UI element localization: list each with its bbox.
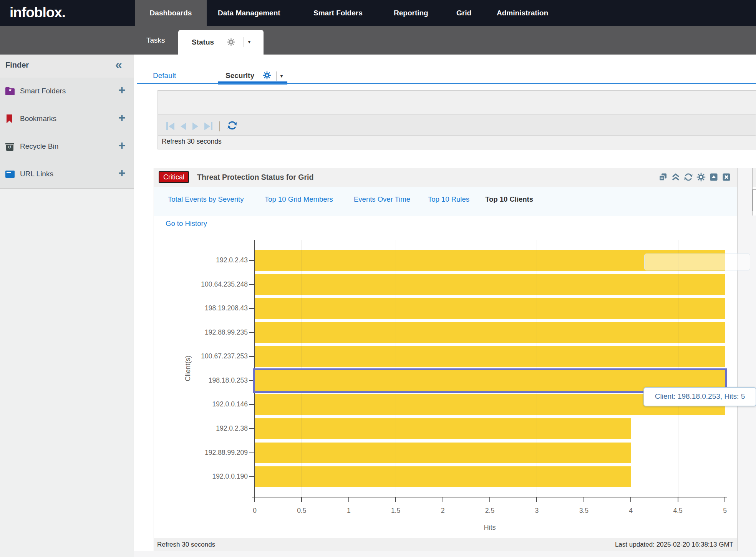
y-label-100.64.235.248: 100.64.235.248 xyxy=(169,280,248,288)
recycle-bin-icon: ↺ xyxy=(5,142,15,151)
widget-tab-top-10-clients[interactable]: Top 10 Clients xyxy=(485,195,533,204)
y-label-192.88.99.235: 192.88.99.235 xyxy=(169,328,248,337)
previous-page-icon[interactable] xyxy=(181,123,186,130)
x-tick-0 xyxy=(254,497,255,502)
add-recycle-bin-button[interactable]: + xyxy=(118,138,126,153)
faded-tooltip-outline xyxy=(644,254,750,270)
top-nav-data-management[interactable]: Data Management xyxy=(218,0,280,26)
top-nav-dashboards[interactable]: Dashboards xyxy=(135,0,207,26)
settings-gear-icon[interactable] xyxy=(696,172,706,183)
widget-tab-top-10-grid-members[interactable]: Top 10 Grid Members xyxy=(265,195,333,204)
finder-title: Finder xyxy=(5,61,29,70)
paging-toolbar xyxy=(158,114,756,136)
tab-status-label: Status xyxy=(192,30,214,55)
status-caret-icon[interactable]: ▼ xyxy=(247,39,252,45)
x-tick-1.5 xyxy=(395,497,396,502)
next-page-icon[interactable] xyxy=(192,123,198,130)
y-label-192.0.2.43: 192.0.2.43 xyxy=(169,256,248,264)
first-page-icon[interactable] xyxy=(166,122,174,130)
url-links-icon xyxy=(5,170,15,179)
y-tick-192.0.0.146 xyxy=(249,404,254,405)
add-url-link-button[interactable]: + xyxy=(118,166,126,180)
tab-status[interactable]: Status ▼ xyxy=(178,30,264,55)
x-tick-4 xyxy=(630,497,631,502)
x-tick-0.5 xyxy=(301,497,302,502)
widget-title: Threat Protection Status for Grid xyxy=(197,168,313,186)
status-gear-icon[interactable] xyxy=(227,38,235,48)
y-label-100.67.237.253: 100.67.237.253 xyxy=(169,352,248,360)
security-gear-icon[interactable] xyxy=(263,71,271,81)
widget-tab-total-events-by-severity[interactable]: Total Events by Severity xyxy=(168,195,244,204)
x-tick-label-2: 2 xyxy=(431,507,454,515)
sidebar-item-smart-folders[interactable]: * Smart Folders + xyxy=(0,78,134,106)
x-tick-label-5: 5 xyxy=(713,507,736,515)
top-nav-smart-folders[interactable]: Smart Folders xyxy=(313,0,363,26)
maximize-icon[interactable] xyxy=(709,172,718,183)
adjacent-widget-header xyxy=(753,168,756,187)
chart-tooltip: Client: 198.18.0.253, Hits: 5 xyxy=(643,387,756,406)
y-tick-192.0.0.190 xyxy=(249,476,254,477)
adjacent-widget-sliver xyxy=(752,168,756,216)
add-bookmark-button[interactable]: + xyxy=(118,111,126,125)
x-tick-label-4: 4 xyxy=(619,507,642,515)
y-label-192.0.2.38: 192.0.2.38 xyxy=(169,424,248,433)
tab-default[interactable]: Default xyxy=(153,71,176,80)
x-axis-title: Hits xyxy=(471,524,509,532)
collapse-double-up-icon[interactable] xyxy=(671,172,680,183)
refresh-icon[interactable] xyxy=(227,120,237,132)
refresh-icon[interactable] xyxy=(684,172,693,183)
widget-last-updated-label: Last updated: 2025-02-20 16:38:13 GMT xyxy=(615,541,733,549)
right-gutter xyxy=(738,168,756,557)
tabs-bottom-line xyxy=(137,83,756,84)
widget-tab-events-over-time[interactable]: Events Over Time xyxy=(354,195,410,204)
paging-divider xyxy=(219,121,220,131)
x-tick-label-0.5: 0.5 xyxy=(290,507,313,515)
x-tick-label-2.5: 2.5 xyxy=(478,507,501,515)
last-page-icon[interactable] xyxy=(204,122,212,130)
y-tick-192.0.2.43 xyxy=(249,260,254,261)
duplicate-icon[interactable] xyxy=(658,172,668,183)
y-tick-198.19.208.43 xyxy=(249,308,254,309)
top-nav-bar: infoblox. DashboardsData ManagementSmart… xyxy=(0,0,756,26)
y-label-192.0.0.146: 192.0.0.146 xyxy=(169,400,248,408)
x-tick-label-4.5: 4.5 xyxy=(666,507,690,515)
x-tick-4.5 xyxy=(678,497,678,502)
widget-tabstrip: Total Events by SeverityTop 10 Grid Memb… xyxy=(154,187,737,216)
refresh-interval-label: Refresh 30 seconds xyxy=(162,138,222,146)
infoblox-dashboard-screen: infoblox. DashboardsData ManagementSmart… xyxy=(0,0,756,557)
threat-protection-widget: Critical Threat Protection Status for Gr… xyxy=(154,168,738,551)
x-tick-2.5 xyxy=(489,497,490,502)
x-tick-label-1: 1 xyxy=(337,507,360,515)
add-smart-folder-button[interactable]: + xyxy=(118,83,126,97)
top-nav-grid[interactable]: Grid xyxy=(456,0,471,26)
sidebar-item-bookmarks[interactable]: Bookmarks + xyxy=(0,105,134,133)
y-tick-192.88.99.209 xyxy=(249,453,254,453)
x-tick-3 xyxy=(536,497,537,502)
security-caret-icon[interactable]: ▼ xyxy=(279,73,284,79)
x-tick-label-1.5: 1.5 xyxy=(384,507,407,515)
below-widget-gutter xyxy=(134,551,756,557)
status-tab-divider xyxy=(244,37,244,47)
tab-tasks[interactable]: Tasks xyxy=(146,26,165,55)
widget-footer: Refresh 30 seconds Last updated: 2025-02… xyxy=(154,538,737,551)
x-tick-label-0: 0 xyxy=(243,507,266,515)
widget-tab-top-10-rules[interactable]: Top 10 Rules xyxy=(428,195,469,204)
tab-security[interactable]: Security xyxy=(225,71,254,80)
top-nav-reporting[interactable]: Reporting xyxy=(394,0,428,26)
close-icon[interactable] xyxy=(722,172,731,183)
sidebar-item-recycle-bin[interactable]: ↺ Recycle Bin + xyxy=(0,133,134,161)
paging-icons xyxy=(166,120,237,132)
critical-status-badge: Critical xyxy=(159,171,189,183)
top-nav-administration[interactable]: Administration xyxy=(497,0,548,26)
x-tick-1 xyxy=(348,497,349,502)
sidebar-item-url-links[interactable]: URL Links + xyxy=(0,161,134,189)
widget-refresh-label: Refresh 30 seconds xyxy=(157,541,215,549)
widget-header-icons xyxy=(658,172,731,183)
x-tick-2 xyxy=(443,497,443,502)
y-label-192.88.99.209: 192.88.99.209 xyxy=(169,449,248,457)
y-tick-100.67.237.253 xyxy=(249,356,254,357)
y-tick-192.88.99.235 xyxy=(249,332,254,333)
y-label-198.19.208.43: 198.19.208.43 xyxy=(169,304,248,312)
y-label-198.18.0.253: 198.18.0.253 xyxy=(169,376,248,385)
collapse-sidebar-icon[interactable]: « xyxy=(115,58,122,72)
